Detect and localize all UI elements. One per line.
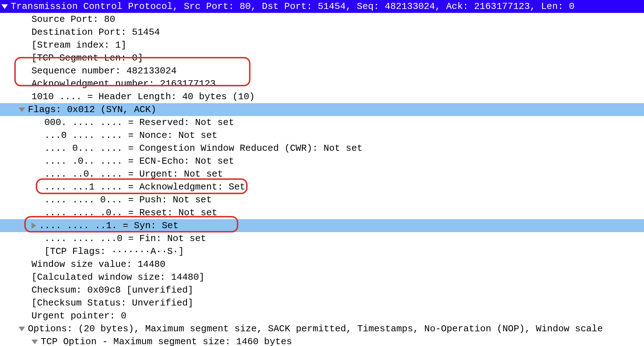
tcp-flags-summary[interactable]: [TCP Flags: ·······A··S·] [0, 245, 644, 258]
field-ack-number[interactable]: Acknowledgment number: 2163177123 [0, 77, 644, 90]
flag-reset[interactable]: .... .... .0.. = Reset: Not set [0, 206, 644, 219]
field-urgent-pointer[interactable]: Urgent pointer: 0 [0, 309, 644, 322]
field-sequence-number[interactable]: Sequence number: 482133024 [0, 64, 644, 77]
field-stream-index[interactable]: [Stream index: 1] [0, 39, 644, 52]
expand-toggle-icon[interactable] [31, 222, 36, 229]
expand-toggle-icon[interactable] [31, 340, 38, 344]
flag-ack[interactable]: .... ...1 .... = Acknowledgment: Set [0, 181, 644, 193]
flag-nonce[interactable]: ...0 .... .... = Nonce: Not set [0, 129, 644, 142]
flag-fin[interactable]: .... .... ...0 = Fin: Not set [0, 232, 644, 245]
flag-urgent[interactable]: .... ..0. .... = Urgent: Not set [0, 168, 644, 181]
field-destination-port[interactable]: Destination Port: 51454 [0, 26, 644, 39]
field-tcp-segment-len[interactable]: [TCP Segment Len: 0] [0, 52, 644, 64]
field-calc-window[interactable]: [Calculated window size: 14480] [0, 271, 644, 284]
flag-cwr[interactable]: .... 0... .... = Congestion Window Reduc… [0, 142, 644, 155]
flag-ecn[interactable]: .... .0.. .... = ECN-Echo: Not set [0, 155, 644, 168]
field-flags[interactable]: Flags: 0x012 (SYN, ACK) [0, 103, 644, 116]
field-checksum-status[interactable]: [Checksum Status: Unverified] [0, 297, 644, 309]
tcp-option-mss[interactable]: TCP Option - Maximum segment size: 1460 … [0, 335, 644, 346]
field-checksum[interactable]: Checksum: 0x09c8 [unverified] [0, 284, 644, 297]
flag-push[interactable]: .... .... 0... = Push: Not set [0, 193, 644, 206]
field-options[interactable]: Options: (20 bytes), Maximum segment siz… [0, 322, 644, 335]
field-source-port[interactable]: Source Port: 80 [0, 13, 644, 26]
expand-toggle-icon[interactable] [19, 327, 25, 331]
tcp-header-row[interactable]: Transmission Control Protocol, Src Port:… [0, 0, 644, 13]
tcp-header-text: Transmission Control Protocol, Src Port:… [11, 0, 575, 13]
flag-reserved[interactable]: 000. .... .... = Reserved: Not set [0, 116, 644, 129]
expand-toggle-icon[interactable] [1, 4, 8, 9]
field-header-length[interactable]: 1010 .... = Header Length: 40 bytes (10) [0, 90, 644, 103]
flag-syn[interactable]: .... .... ..1. = Syn: Set [0, 219, 644, 232]
expand-toggle-icon[interactable] [19, 107, 25, 112]
packet-details-pane[interactable]: Transmission Control Protocol, Src Port:… [0, 0, 644, 346]
field-window-size[interactable]: Window size value: 14480 [0, 258, 644, 271]
